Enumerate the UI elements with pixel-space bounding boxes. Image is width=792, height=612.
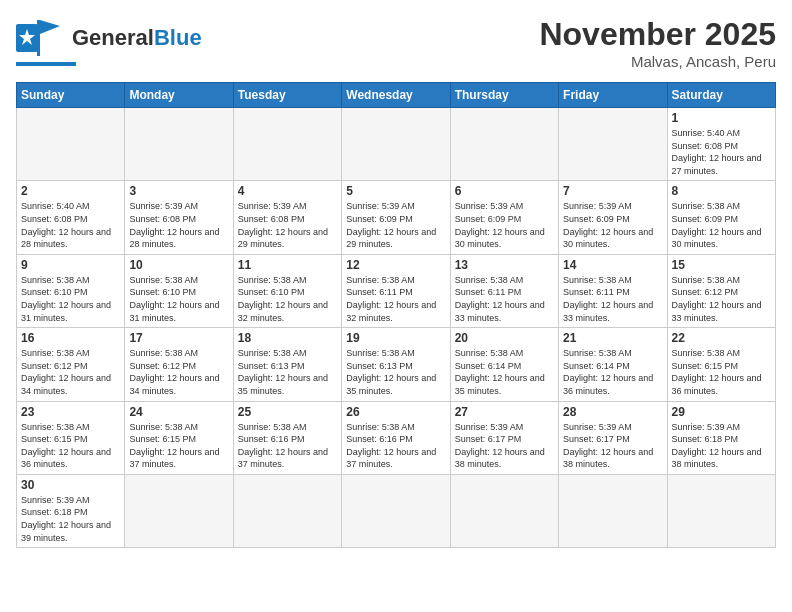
- day-info: Sunrise: 5:38 AMSunset: 6:10 PMDaylight:…: [21, 274, 120, 324]
- calendar-day-header: Wednesday: [342, 83, 450, 108]
- day-number: 30: [21, 478, 120, 492]
- day-number: 5: [346, 184, 445, 198]
- title-section: November 2025 Malvas, Ancash, Peru: [539, 16, 776, 70]
- day-number: 26: [346, 405, 445, 419]
- day-info: Sunrise: 5:38 AMSunset: 6:10 PMDaylight:…: [129, 274, 228, 324]
- day-info: Sunrise: 5:39 AMSunset: 6:17 PMDaylight:…: [455, 421, 554, 471]
- calendar-day-cell: 26Sunrise: 5:38 AMSunset: 6:16 PMDayligh…: [342, 401, 450, 474]
- calendar-table: SundayMondayTuesdayWednesdayThursdayFrid…: [16, 82, 776, 548]
- day-number: 2: [21, 184, 120, 198]
- calendar-day-cell: 5Sunrise: 5:39 AMSunset: 6:09 PMDaylight…: [342, 181, 450, 254]
- calendar-day-cell: 21Sunrise: 5:38 AMSunset: 6:14 PMDayligh…: [559, 328, 667, 401]
- calendar-day-cell: 14Sunrise: 5:38 AMSunset: 6:11 PMDayligh…: [559, 254, 667, 327]
- day-info: Sunrise: 5:38 AMSunset: 6:15 PMDaylight:…: [672, 347, 771, 397]
- day-info: Sunrise: 5:38 AMSunset: 6:15 PMDaylight:…: [129, 421, 228, 471]
- day-info: Sunrise: 5:39 AMSunset: 6:17 PMDaylight:…: [563, 421, 662, 471]
- calendar-day-cell: 16Sunrise: 5:38 AMSunset: 6:12 PMDayligh…: [17, 328, 125, 401]
- day-info: Sunrise: 5:38 AMSunset: 6:16 PMDaylight:…: [238, 421, 337, 471]
- calendar-day-cell: 24Sunrise: 5:38 AMSunset: 6:15 PMDayligh…: [125, 401, 233, 474]
- logo-text: GeneralBlue: [72, 27, 202, 49]
- day-info: Sunrise: 5:40 AMSunset: 6:08 PMDaylight:…: [672, 127, 771, 177]
- svg-rect-2: [37, 20, 40, 56]
- day-number: 21: [563, 331, 662, 345]
- day-info: Sunrise: 5:38 AMSunset: 6:12 PMDaylight:…: [129, 347, 228, 397]
- calendar-day-cell: 4Sunrise: 5:39 AMSunset: 6:08 PMDaylight…: [233, 181, 341, 254]
- day-number: 7: [563, 184, 662, 198]
- day-info: Sunrise: 5:40 AMSunset: 6:08 PMDaylight:…: [21, 200, 120, 250]
- calendar-day-cell: [667, 474, 775, 547]
- day-number: 1: [672, 111, 771, 125]
- calendar-header-row: SundayMondayTuesdayWednesdayThursdayFrid…: [17, 83, 776, 108]
- calendar-day-cell: 9Sunrise: 5:38 AMSunset: 6:10 PMDaylight…: [17, 254, 125, 327]
- calendar-day-cell: [233, 474, 341, 547]
- calendar-day-cell: 10Sunrise: 5:38 AMSunset: 6:10 PMDayligh…: [125, 254, 233, 327]
- calendar-day-cell: 7Sunrise: 5:39 AMSunset: 6:09 PMDaylight…: [559, 181, 667, 254]
- day-number: 27: [455, 405, 554, 419]
- calendar-day-cell: [450, 474, 558, 547]
- day-info: Sunrise: 5:38 AMSunset: 6:11 PMDaylight:…: [563, 274, 662, 324]
- calendar-day-cell: 22Sunrise: 5:38 AMSunset: 6:15 PMDayligh…: [667, 328, 775, 401]
- day-info: Sunrise: 5:38 AMSunset: 6:12 PMDaylight:…: [21, 347, 120, 397]
- day-number: 11: [238, 258, 337, 272]
- day-info: Sunrise: 5:38 AMSunset: 6:16 PMDaylight:…: [346, 421, 445, 471]
- calendar-week-row: 30Sunrise: 5:39 AMSunset: 6:18 PMDayligh…: [17, 474, 776, 547]
- day-number: 28: [563, 405, 662, 419]
- calendar-day-cell: 12Sunrise: 5:38 AMSunset: 6:11 PMDayligh…: [342, 254, 450, 327]
- day-info: Sunrise: 5:38 AMSunset: 6:14 PMDaylight:…: [455, 347, 554, 397]
- day-number: 23: [21, 405, 120, 419]
- calendar-day-cell: [233, 108, 341, 181]
- calendar-day-cell: 30Sunrise: 5:39 AMSunset: 6:18 PMDayligh…: [17, 474, 125, 547]
- day-number: 19: [346, 331, 445, 345]
- calendar-day-cell: 20Sunrise: 5:38 AMSunset: 6:14 PMDayligh…: [450, 328, 558, 401]
- calendar-day-cell: 28Sunrise: 5:39 AMSunset: 6:17 PMDayligh…: [559, 401, 667, 474]
- calendar-day-cell: 19Sunrise: 5:38 AMSunset: 6:13 PMDayligh…: [342, 328, 450, 401]
- page-header: GeneralBlue November 2025 Malvas, Ancash…: [16, 16, 776, 70]
- day-info: Sunrise: 5:39 AMSunset: 6:08 PMDaylight:…: [238, 200, 337, 250]
- calendar-day-cell: [17, 108, 125, 181]
- day-info: Sunrise: 5:38 AMSunset: 6:12 PMDaylight:…: [672, 274, 771, 324]
- day-number: 10: [129, 258, 228, 272]
- day-number: 4: [238, 184, 337, 198]
- calendar-day-cell: [559, 108, 667, 181]
- day-info: Sunrise: 5:38 AMSunset: 6:11 PMDaylight:…: [455, 274, 554, 324]
- day-info: Sunrise: 5:38 AMSunset: 6:11 PMDaylight:…: [346, 274, 445, 324]
- calendar-day-header: Friday: [559, 83, 667, 108]
- calendar-day-cell: 13Sunrise: 5:38 AMSunset: 6:11 PMDayligh…: [450, 254, 558, 327]
- day-number: 13: [455, 258, 554, 272]
- calendar-day-cell: 23Sunrise: 5:38 AMSunset: 6:15 PMDayligh…: [17, 401, 125, 474]
- day-info: Sunrise: 5:38 AMSunset: 6:10 PMDaylight:…: [238, 274, 337, 324]
- calendar-week-row: 23Sunrise: 5:38 AMSunset: 6:15 PMDayligh…: [17, 401, 776, 474]
- day-info: Sunrise: 5:38 AMSunset: 6:13 PMDaylight:…: [238, 347, 337, 397]
- calendar-day-header: Saturday: [667, 83, 775, 108]
- calendar-week-row: 1Sunrise: 5:40 AMSunset: 6:08 PMDaylight…: [17, 108, 776, 181]
- svg-marker-3: [40, 20, 60, 34]
- day-number: 16: [21, 331, 120, 345]
- calendar-day-header: Sunday: [17, 83, 125, 108]
- day-number: 17: [129, 331, 228, 345]
- day-number: 25: [238, 405, 337, 419]
- day-info: Sunrise: 5:38 AMSunset: 6:15 PMDaylight:…: [21, 421, 120, 471]
- day-number: 18: [238, 331, 337, 345]
- calendar-day-cell: [450, 108, 558, 181]
- logo-underline: [16, 62, 76, 66]
- day-number: 15: [672, 258, 771, 272]
- day-info: Sunrise: 5:39 AMSunset: 6:09 PMDaylight:…: [346, 200, 445, 250]
- month-title: November 2025: [539, 16, 776, 53]
- day-info: Sunrise: 5:39 AMSunset: 6:08 PMDaylight:…: [129, 200, 228, 250]
- calendar-day-cell: 3Sunrise: 5:39 AMSunset: 6:08 PMDaylight…: [125, 181, 233, 254]
- calendar-day-cell: [342, 108, 450, 181]
- day-info: Sunrise: 5:38 AMSunset: 6:14 PMDaylight:…: [563, 347, 662, 397]
- day-number: 24: [129, 405, 228, 419]
- calendar-week-row: 16Sunrise: 5:38 AMSunset: 6:12 PMDayligh…: [17, 328, 776, 401]
- calendar-day-cell: [559, 474, 667, 547]
- logo-icon: [16, 16, 68, 60]
- day-info: Sunrise: 5:39 AMSunset: 6:09 PMDaylight:…: [455, 200, 554, 250]
- calendar-day-cell: [125, 474, 233, 547]
- calendar-day-cell: [125, 108, 233, 181]
- day-info: Sunrise: 5:39 AMSunset: 6:09 PMDaylight:…: [563, 200, 662, 250]
- day-number: 12: [346, 258, 445, 272]
- day-number: 14: [563, 258, 662, 272]
- day-number: 9: [21, 258, 120, 272]
- calendar-day-cell: 15Sunrise: 5:38 AMSunset: 6:12 PMDayligh…: [667, 254, 775, 327]
- calendar-day-header: Thursday: [450, 83, 558, 108]
